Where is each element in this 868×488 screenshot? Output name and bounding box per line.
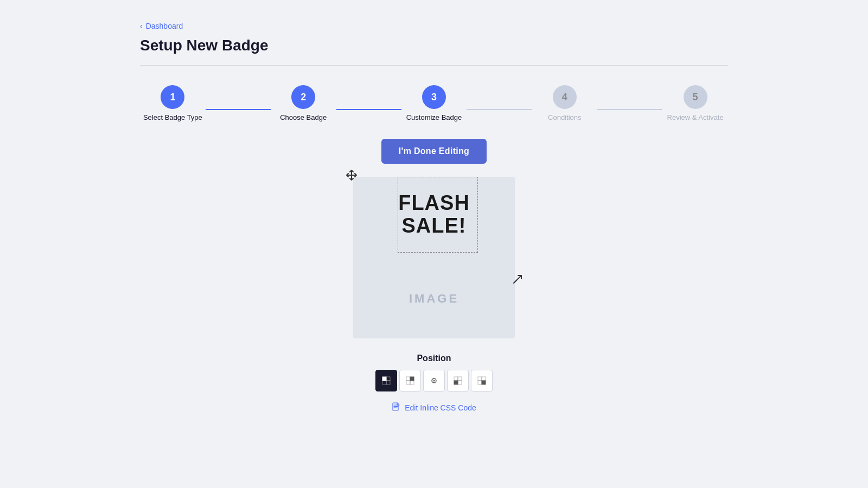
svg-rect-2 <box>382 381 386 384</box>
step-4[interactable]: 4 Conditions <box>532 85 597 121</box>
flash-sale-text[interactable]: FLASH SALE! <box>398 192 470 237</box>
step-3-label: Customize Badge <box>406 113 462 121</box>
step-4-circle: 4 <box>553 85 577 109</box>
position-bottom-right-button[interactable] <box>471 370 493 391</box>
step-1[interactable]: 1 Select Badge Type <box>140 85 206 121</box>
canvas-outer: FLASH SALE! IMAGE <box>353 177 515 338</box>
connector-4-5 <box>597 109 662 110</box>
step-5-label: Review & Activate <box>667 113 724 121</box>
position-center-button[interactable] <box>423 370 445 391</box>
divider <box>140 65 728 66</box>
svg-rect-12 <box>454 381 458 384</box>
step-5-circle: 5 <box>684 85 707 109</box>
flash-line1: FLASH <box>398 192 470 215</box>
step-2-circle: 2 <box>291 85 315 109</box>
svg-point-9 <box>433 380 435 382</box>
edit-css-label: Edit Inline CSS Code <box>405 403 476 412</box>
position-label: Position <box>417 354 451 363</box>
svg-rect-5 <box>410 377 414 381</box>
position-buttons <box>375 370 493 391</box>
move-handle[interactable] <box>346 169 358 184</box>
css-file-icon <box>392 402 400 413</box>
canvas-wrapper: FLASH SALE! IMAGE <box>140 177 728 338</box>
page-title: Setup New Badge <box>140 37 728 54</box>
step-4-label: Conditions <box>548 113 581 121</box>
step-2-label: Choose Badge <box>280 113 327 121</box>
resize-handle[interactable] <box>513 274 522 287</box>
step-2[interactable]: 2 Choose Badge <box>271 85 336 121</box>
connector-2-3 <box>336 109 401 110</box>
svg-rect-7 <box>410 381 414 384</box>
position-bottom-left-button[interactable] <box>447 370 469 391</box>
done-button-wrapper: I'm Done Editing <box>140 139 728 164</box>
position-top-right-button[interactable] <box>399 370 421 391</box>
stepper: 1 Select Badge Type 2 Choose Badge 3 Cus… <box>140 85 728 121</box>
step-5[interactable]: 5 Review & Activate <box>662 85 728 121</box>
svg-rect-10 <box>454 377 458 381</box>
svg-rect-4 <box>406 377 410 381</box>
position-section: Position <box>140 354 728 391</box>
done-editing-button[interactable]: I'm Done Editing <box>381 139 487 164</box>
badge-canvas: FLASH SALE! IMAGE <box>353 177 515 338</box>
svg-rect-13 <box>458 381 462 384</box>
svg-rect-14 <box>478 377 482 381</box>
svg-rect-0 <box>382 377 386 381</box>
chevron-left-icon: ‹ <box>140 22 143 30</box>
step-3-circle: 3 <box>422 85 446 109</box>
svg-rect-16 <box>478 381 482 384</box>
connector-3-4 <box>467 109 532 110</box>
svg-rect-15 <box>482 377 486 381</box>
step-3[interactable]: 3 Customize Badge <box>401 85 467 121</box>
position-top-left-button[interactable] <box>375 370 397 391</box>
svg-rect-1 <box>386 377 390 381</box>
connector-1-2 <box>206 109 271 110</box>
edit-css-link[interactable]: Edit Inline CSS Code <box>392 402 476 413</box>
flash-line2: SALE! <box>398 215 470 237</box>
svg-rect-11 <box>458 377 462 381</box>
breadcrumb-label[interactable]: Dashboard <box>146 22 183 30</box>
breadcrumb[interactable]: ‹ Dashboard <box>140 22 728 30</box>
svg-rect-17 <box>482 381 486 384</box>
svg-rect-3 <box>386 381 390 384</box>
step-1-label: Select Badge Type <box>143 113 202 121</box>
image-placeholder: IMAGE <box>409 292 459 306</box>
svg-rect-6 <box>406 381 410 384</box>
step-1-circle: 1 <box>161 85 184 109</box>
